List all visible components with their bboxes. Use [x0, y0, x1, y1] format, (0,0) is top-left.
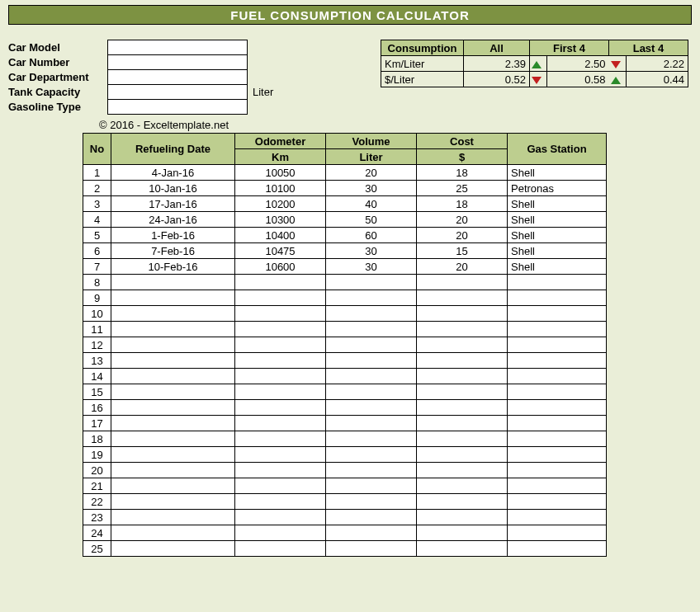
cell-cost[interactable] — [417, 447, 508, 463]
cell-no[interactable]: 25 — [83, 541, 111, 557]
cell-date[interactable] — [111, 447, 235, 463]
cell-date[interactable]: 4-Jan-16 — [111, 165, 235, 181]
cell-volume[interactable]: 50 — [326, 212, 417, 228]
cell-station[interactable] — [508, 447, 607, 463]
cell-station[interactable] — [508, 275, 607, 290]
cell-station[interactable] — [508, 369, 607, 384]
cell-no[interactable]: 12 — [83, 337, 111, 353]
cell-station[interactable] — [508, 494, 607, 510]
cell-volume[interactable] — [326, 384, 417, 400]
cell-no[interactable]: 1 — [83, 165, 111, 181]
cell-volume[interactable] — [326, 447, 417, 463]
cell-odometer[interactable] — [235, 447, 326, 463]
cell-date[interactable]: 7-Feb-16 — [111, 243, 235, 259]
cell-date[interactable] — [111, 400, 235, 416]
cell-cost[interactable]: 20 — [417, 259, 508, 275]
cell-odometer[interactable] — [235, 275, 326, 290]
cell-date[interactable]: 17-Jan-16 — [111, 196, 235, 212]
cell-no[interactable]: 18 — [83, 431, 111, 447]
cell-odometer[interactable] — [235, 416, 326, 431]
cell-date[interactable] — [111, 322, 235, 337]
cell-odometer[interactable]: 10475 — [235, 243, 326, 259]
cell-volume[interactable]: 30 — [326, 259, 417, 275]
cell-station[interactable] — [508, 290, 607, 306]
cell-odometer[interactable] — [235, 369, 326, 384]
input-car-number[interactable] — [107, 54, 248, 70]
cell-volume[interactable] — [326, 290, 417, 306]
cell-date[interactable] — [111, 463, 235, 478]
cell-date[interactable] — [111, 431, 235, 447]
cell-station[interactable]: Shell — [508, 228, 607, 243]
cell-station[interactable] — [508, 431, 607, 447]
cell-no[interactable]: 8 — [83, 275, 111, 290]
cell-station[interactable]: Shell — [508, 165, 607, 181]
cell-no[interactable]: 20 — [83, 463, 111, 478]
cell-volume[interactable]: 60 — [326, 228, 417, 243]
cell-odometer[interactable]: 10050 — [235, 165, 326, 181]
cell-no[interactable]: 9 — [83, 290, 111, 306]
cell-volume[interactable] — [326, 275, 417, 290]
cell-odometer[interactable]: 10600 — [235, 259, 326, 275]
cell-date[interactable] — [111, 510, 235, 525]
cell-station[interactable] — [508, 353, 607, 369]
cell-odometer[interactable]: 10200 — [235, 196, 326, 212]
cell-station[interactable] — [508, 306, 607, 322]
cell-date[interactable]: 1-Feb-16 — [111, 228, 235, 243]
cell-no[interactable]: 19 — [83, 447, 111, 463]
cell-cost[interactable] — [417, 431, 508, 447]
cell-odometer[interactable]: 10400 — [235, 228, 326, 243]
input-car-department[interactable] — [107, 69, 248, 85]
cell-no[interactable]: 4 — [83, 212, 111, 228]
input-tank-capacity[interactable] — [107, 84, 248, 100]
cell-station[interactable] — [508, 384, 607, 400]
cell-date[interactable] — [111, 541, 235, 557]
cell-cost[interactable] — [417, 525, 508, 541]
cell-date[interactable] — [111, 369, 235, 384]
cell-no[interactable]: 5 — [83, 228, 111, 243]
cell-date[interactable] — [111, 353, 235, 369]
input-gasoline-type[interactable] — [107, 99, 248, 115]
cell-volume[interactable] — [326, 478, 417, 494]
cell-cost[interactable] — [417, 541, 508, 557]
cell-station[interactable] — [508, 416, 607, 431]
cell-station[interactable]: Shell — [508, 259, 607, 275]
cell-no[interactable]: 14 — [83, 369, 111, 384]
cell-no[interactable]: 11 — [83, 322, 111, 337]
cell-odometer[interactable] — [235, 353, 326, 369]
cell-odometer[interactable] — [235, 510, 326, 525]
cell-station[interactable] — [508, 510, 607, 525]
cell-cost[interactable] — [417, 463, 508, 478]
cell-station[interactable] — [508, 337, 607, 353]
cell-volume[interactable] — [326, 322, 417, 337]
cell-date[interactable] — [111, 290, 235, 306]
cell-no[interactable]: 22 — [83, 494, 111, 510]
cell-cost[interactable]: 20 — [417, 228, 508, 243]
cell-no[interactable]: 17 — [83, 416, 111, 431]
cell-station[interactable]: Shell — [508, 212, 607, 228]
cell-cost[interactable]: 18 — [417, 196, 508, 212]
cell-date[interactable] — [111, 494, 235, 510]
cell-station[interactable] — [508, 525, 607, 541]
cell-no[interactable]: 7 — [83, 259, 111, 275]
cell-odometer[interactable] — [235, 463, 326, 478]
cell-cost[interactable] — [417, 494, 508, 510]
cell-cost[interactable]: 20 — [417, 212, 508, 228]
cell-odometer[interactable] — [235, 400, 326, 416]
cell-cost[interactable]: 18 — [417, 165, 508, 181]
cell-no[interactable]: 10 — [83, 306, 111, 322]
cell-no[interactable]: 3 — [83, 196, 111, 212]
cell-odometer[interactable] — [235, 494, 326, 510]
cell-volume[interactable]: 30 — [326, 181, 417, 196]
cell-odometer[interactable] — [235, 525, 326, 541]
cell-odometer[interactable] — [235, 290, 326, 306]
cell-cost[interactable] — [417, 322, 508, 337]
cell-date[interactable] — [111, 416, 235, 431]
cell-volume[interactable] — [326, 494, 417, 510]
cell-volume[interactable]: 40 — [326, 196, 417, 212]
cell-cost[interactable] — [417, 337, 508, 353]
cell-cost[interactable]: 15 — [417, 243, 508, 259]
cell-volume[interactable] — [326, 541, 417, 557]
cell-odometer[interactable]: 10100 — [235, 181, 326, 196]
cell-odometer[interactable] — [235, 541, 326, 557]
cell-odometer[interactable] — [235, 337, 326, 353]
